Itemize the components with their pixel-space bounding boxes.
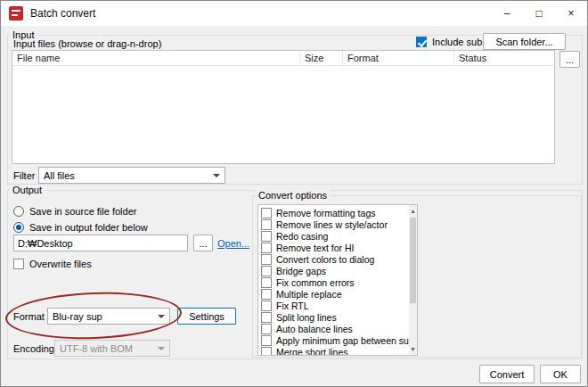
format-label: Format [13, 311, 45, 322]
settings-button[interactable]: Settings [177, 308, 236, 325]
checkbox-unchecked-icon[interactable] [261, 208, 272, 218]
window-title: Batch convert [30, 7, 95, 20]
dialog-body: Input Input files (browse or drag-n-drop… [1, 26, 588, 387]
browse-input-files-button[interactable]: ... [559, 51, 580, 68]
titlebar: Batch convert – □ × [1, 1, 587, 26]
encoding-label: Encoding [13, 343, 54, 354]
filter-label: Filter [13, 170, 35, 181]
convert-option-label: Redo casing [276, 231, 328, 242]
radio-unselected-icon[interactable] [13, 206, 24, 217]
checkbox-unchecked-icon[interactable] [261, 347, 272, 357]
save-output-folder-label: Save in output folder below [29, 222, 148, 233]
convert-option-row[interactable]: Merge short lines [261, 346, 417, 356]
convert-option-label: Remove lines w style/actor [276, 219, 388, 230]
checkbox-unchecked-icon[interactable] [261, 254, 272, 265]
ok-button[interactable]: OK [540, 365, 581, 383]
convert-button[interactable]: Convert [479, 365, 535, 383]
convert-options-group-label: Convert options [256, 190, 330, 201]
checkbox-unchecked-icon[interactable] [261, 324, 272, 334]
convert-option-label: Remove text for HI [276, 243, 355, 253]
scan-folder-button[interactable]: Scan folder... [483, 33, 566, 50]
convert-option-label: Apply minimum gap between subtitles [276, 335, 418, 346]
scan-folder-button-label: Scan folder... [495, 37, 552, 47]
convert-option-row[interactable]: Auto balance lines [261, 323, 417, 334]
encoding-dropdown: UTF-8 with BOM [54, 340, 170, 357]
convert-options-list[interactable]: Remove formatting tagsRemove lines w sty… [257, 204, 418, 356]
convert-option-row[interactable]: Redo casing [261, 230, 417, 242]
convert-option-label: Fix RTL [276, 301, 309, 311]
ok-button-label: OK [553, 369, 568, 380]
input-files-list[interactable]: File name Size Format Status [12, 50, 555, 164]
overwrite-files-checkbox[interactable]: Overwrite files [13, 259, 92, 269]
checkbox-unchecked-icon[interactable] [261, 301, 272, 311]
output-group-label: Output [10, 185, 45, 195]
convert-option-label: Fix common errors [276, 277, 355, 288]
format-dropdown[interactable]: Blu-ray sup [47, 308, 170, 325]
convert-option-row[interactable]: Split long lines [261, 311, 417, 323]
checkbox-unchecked-icon[interactable] [13, 259, 24, 269]
scrollbar-thumb[interactable] [410, 218, 416, 303]
window-controls: – □ × [491, 1, 587, 26]
scroll-down-icon[interactable]: ▼ [409, 343, 417, 355]
browse-output-folder-label: ... [199, 238, 207, 249]
filter-value: All files [44, 170, 75, 181]
save-source-radio[interactable]: Save in source file folder [13, 206, 136, 217]
save-source-label: Save in source file folder [29, 206, 136, 217]
scroll-up-icon[interactable]: ▲ [409, 205, 417, 217]
convert-option-row[interactable]: Remove formatting tags [261, 207, 417, 218]
convert-option-row[interactable]: Remove text for HI [261, 242, 417, 253]
convert-option-label: Multiple replace [276, 289, 342, 300]
open-folder-link[interactable]: Open... [217, 238, 249, 249]
convert-option-row[interactable]: Bridge gaps [261, 265, 417, 276]
convert-button-label: Convert [490, 369, 525, 380]
output-folder-input[interactable] [13, 235, 188, 251]
convert-option-row[interactable]: Convert colors to dialog [261, 253, 417, 265]
encoding-value: UTF-8 with BOM [60, 343, 133, 354]
maximize-icon[interactable]: □ [523, 1, 555, 26]
save-output-folder-radio[interactable]: Save in output folder below [13, 222, 148, 233]
chevron-down-icon [158, 347, 165, 350]
column-format[interactable]: Format [343, 51, 454, 65]
checkbox-unchecked-icon[interactable] [261, 266, 272, 276]
scrollbar[interactable]: ▲ ▼ [409, 205, 417, 355]
checkbox-unchecked-icon[interactable] [261, 335, 272, 346]
checkbox-unchecked-icon[interactable] [261, 243, 272, 253]
convert-option-row[interactable]: Remove lines w style/actor [261, 218, 417, 230]
convert-option-row[interactable]: Fix RTL [261, 300, 417, 311]
settings-button-label: Settings [189, 311, 225, 322]
chevron-down-icon [213, 174, 220, 177]
column-status[interactable]: Status [454, 51, 554, 65]
checkbox-unchecked-icon[interactable] [261, 289, 272, 300]
input-files-label: Input files (browse or drag-n-drop) [13, 38, 161, 49]
convert-option-label: Merge short lines [276, 347, 348, 357]
checkbox-unchecked-icon[interactable] [261, 219, 272, 230]
batch-convert-dialog: Batch convert – □ × Input Input files (b… [0, 0, 588, 387]
convert-option-row[interactable]: Multiple replace [261, 288, 417, 300]
convert-option-label: Bridge gaps [276, 266, 326, 276]
convert-option-label: Auto balance lines [276, 324, 353, 334]
list-header: File name Size Format Status [12, 51, 554, 66]
column-size[interactable]: Size [300, 51, 343, 65]
checkbox-unchecked-icon[interactable] [261, 277, 272, 288]
close-icon[interactable]: × [555, 1, 587, 26]
convert-option-label: Split long lines [276, 312, 337, 323]
convert-option-label: Convert colors to dialog [276, 254, 374, 265]
subtitle-edit-app-icon [9, 6, 23, 21]
checkbox-unchecked-icon[interactable] [261, 231, 272, 242]
checkbox-checked-icon[interactable] [416, 37, 427, 47]
overwrite-files-label: Overwrite files [29, 259, 92, 269]
minimize-icon[interactable]: – [491, 1, 523, 26]
convert-option-row[interactable]: Apply minimum gap between subtitles [261, 334, 417, 346]
format-value: Blu-ray sup [53, 311, 102, 322]
convert-option-row[interactable]: Fix common errors [261, 276, 417, 288]
column-file-name[interactable]: File name [12, 51, 300, 65]
convert-option-label: Remove formatting tags [276, 208, 375, 218]
radio-selected-icon[interactable] [13, 222, 24, 233]
chevron-down-icon [158, 315, 165, 318]
filter-dropdown[interactable]: All files [38, 167, 225, 184]
browse-output-folder-button[interactable]: ... [193, 235, 213, 251]
browse-input-files-label: ... [566, 54, 574, 65]
checkbox-unchecked-icon[interactable] [261, 312, 272, 323]
